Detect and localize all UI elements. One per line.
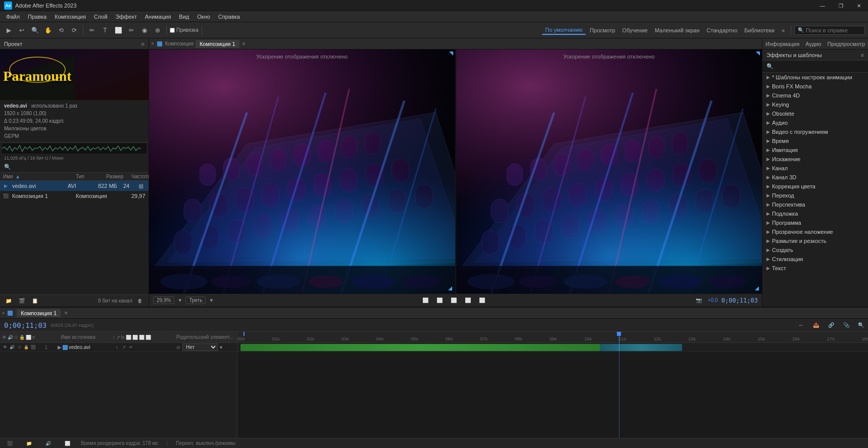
- menu-view[interactable]: Вид: [175, 13, 193, 21]
- layer-pencil-btn[interactable]: ✏: [128, 344, 134, 351]
- tab-info[interactable]: Информация: [765, 41, 799, 47]
- timeline-ctrl-2[interactable]: 📤: [810, 320, 822, 331]
- minimize-button[interactable]: —: [813, 0, 832, 11]
- effect-category-7[interactable]: ▶ Время: [762, 136, 868, 145]
- menu-window[interactable]: Окно: [193, 13, 214, 21]
- new-folder-button[interactable]: 📁: [3, 295, 14, 307]
- viewer-ctrl-5[interactable]: ⬜: [476, 295, 488, 306]
- new-composition-button[interactable]: 🎬: [16, 295, 27, 307]
- effect-category-11[interactable]: ▶ Канал 3D: [762, 173, 868, 182]
- layer-eye-btn[interactable]: 👁: [2, 344, 8, 351]
- tool-shape[interactable]: ⬜: [113, 25, 124, 36]
- viewer-close[interactable]: ×: [151, 41, 154, 46]
- effect-category-14[interactable]: ▶ Перспектива: [762, 200, 868, 209]
- viewer-ctrl-4[interactable]: ⬜: [462, 295, 473, 306]
- status-btn-2[interactable]: 📁: [23, 438, 34, 449]
- project-item-comp[interactable]: ⬛ Композиция 1 Композиция 29,97: [0, 191, 149, 201]
- tool-puppet[interactable]: ⊕: [152, 25, 163, 36]
- project-menu-icon[interactable]: ≡: [141, 41, 144, 47]
- effect-category-9[interactable]: ▶ Искажение: [762, 155, 868, 164]
- tab-preview[interactable]: Предпросмотр: [827, 41, 865, 47]
- layer-mode-btn-1[interactable]: ↕: [114, 344, 120, 351]
- status-btn-4[interactable]: ⬜: [62, 438, 73, 449]
- layer-audio-btn[interactable]: 🔊: [9, 344, 15, 351]
- viewer-content-left[interactable]: [149, 49, 455, 293]
- menu-composition[interactable]: Композиция: [51, 13, 90, 21]
- workspace-extend[interactable]: »: [779, 26, 788, 35]
- effect-category-15[interactable]: ▶ Подложка: [762, 209, 868, 218]
- tool-rotate2[interactable]: ⟳: [69, 25, 80, 36]
- new-item-button[interactable]: 📋: [29, 295, 40, 307]
- timeline-menu-icon[interactable]: ≡: [65, 310, 68, 316]
- track-bar-green[interactable]: [240, 344, 600, 351]
- viewer-ctrl-3[interactable]: ⬜: [448, 295, 459, 306]
- tool-clone[interactable]: ◉: [139, 25, 150, 36]
- tool-rotate[interactable]: ⟲: [56, 25, 67, 36]
- layer-expand-icon[interactable]: ▶: [58, 344, 62, 350]
- layer-parent-dropdown-arrow[interactable]: ▼: [219, 345, 223, 350]
- menu-effect[interactable]: Эффект: [112, 13, 141, 21]
- effect-category-21[interactable]: ▶ Текст: [762, 264, 868, 273]
- effect-category-20[interactable]: ▶ Стилизация: [762, 255, 868, 264]
- tool-brush[interactable]: ✏: [126, 25, 137, 36]
- tool-undo[interactable]: ↩: [16, 25, 27, 36]
- delete-button[interactable]: 🗑: [134, 295, 146, 307]
- help-search-input[interactable]: [806, 27, 861, 33]
- effect-category-13[interactable]: ▶ Переход: [762, 191, 868, 200]
- viewer-snapshot[interactable]: 📷: [693, 295, 704, 306]
- timeline-ctrl-1[interactable]: ↔: [795, 320, 806, 331]
- restore-button[interactable]: ❐: [832, 0, 850, 11]
- snap-toggle[interactable]: Привязка: [170, 27, 199, 33]
- status-btn-1[interactable]: ⬛: [4, 438, 15, 449]
- tool-pen[interactable]: ✏: [86, 25, 98, 36]
- effect-category-1[interactable]: ▶ Boris FX Mocha: [762, 82, 868, 91]
- effect-category-3[interactable]: ▶ Keying: [762, 100, 868, 109]
- tab-audio[interactable]: Аудио: [805, 41, 821, 47]
- tool-selection[interactable]: ▶: [3, 25, 14, 36]
- viewer-color[interactable]: +0.0: [707, 295, 718, 306]
- effects-search-input[interactable]: [776, 64, 864, 70]
- timeline-ctrl-4[interactable]: 📎: [841, 320, 852, 331]
- layer-parent-select[interactable]: Нет: [182, 343, 218, 351]
- menu-edit[interactable]: Правка: [24, 13, 51, 21]
- tool-hand[interactable]: ✋: [42, 25, 54, 36]
- viewer-zoom-btn[interactable]: 29,9%: [153, 296, 174, 304]
- timeline-ctrl-3[interactable]: 🔗: [826, 320, 837, 331]
- workspace-learn[interactable]: Обучение: [619, 26, 651, 35]
- timeline-comp-tab[interactable]: Композиция 1: [17, 309, 61, 317]
- viewer-content-right[interactable]: [456, 49, 762, 293]
- layer-solo-btn[interactable]: ☉: [16, 344, 22, 351]
- effect-category-6[interactable]: ▶ Видео с погружением: [762, 127, 868, 136]
- workspace-preview[interactable]: Просмотр: [587, 26, 618, 35]
- workspace-libraries[interactable]: Библиотеки: [741, 26, 778, 35]
- viewer-tab-menu[interactable]: ≡: [243, 41, 246, 46]
- snap-checkbox[interactable]: [170, 28, 175, 33]
- effect-category-0[interactable]: ▶ * Шаблоны настроек анимации: [762, 73, 868, 82]
- menu-help[interactable]: Справка: [214, 13, 244, 21]
- effect-category-16[interactable]: ▶ Программа: [762, 218, 868, 227]
- project-item-video[interactable]: ▶ vedeo.avi AVI 822 МБ 24 ▦: [0, 181, 149, 191]
- workspace-small[interactable]: Маленький экран: [652, 26, 703, 35]
- effect-category-18[interactable]: ▶ Размытие и резкость: [762, 236, 868, 245]
- tool-zoom[interactable]: 🔍: [29, 25, 40, 36]
- effects-menu-icon[interactable]: ≡: [861, 52, 864, 58]
- tool-text[interactable]: T: [100, 25, 111, 36]
- effect-category-4[interactable]: ▶ Obsolete: [762, 109, 868, 118]
- workspace-default[interactable]: По умолчанию: [542, 26, 586, 35]
- close-button[interactable]: ✕: [850, 0, 868, 11]
- effect-category-12[interactable]: ▶ Коррекция цвета: [762, 182, 868, 191]
- viewer-ctrl-2[interactable]: ⬜: [434, 295, 445, 306]
- layer-lock-btn[interactable]: 🔒: [23, 344, 29, 351]
- layer-mode-btn-2[interactable]: ↗: [121, 344, 127, 351]
- effect-category-8[interactable]: ▶ Имитация: [762, 145, 868, 155]
- workspace-standard[interactable]: Стандартно: [704, 26, 741, 35]
- menu-file[interactable]: Файл: [2, 13, 24, 21]
- viewer-tab-comp1[interactable]: Композиция 1: [196, 40, 239, 48]
- effect-category-17[interactable]: ▶ Прозрачное наложение: [762, 227, 868, 236]
- menu-layer[interactable]: Слой: [90, 13, 112, 21]
- project-search-input[interactable]: [13, 164, 144, 170]
- effect-category-2[interactable]: ▶ Cinema 4D: [762, 91, 868, 100]
- viewer-ctrl-1[interactable]: ⬜: [420, 295, 431, 306]
- layer-label-btn[interactable]: ⬛: [30, 344, 36, 351]
- timeline-timecode[interactable]: 0;00;11;03: [4, 321, 46, 329]
